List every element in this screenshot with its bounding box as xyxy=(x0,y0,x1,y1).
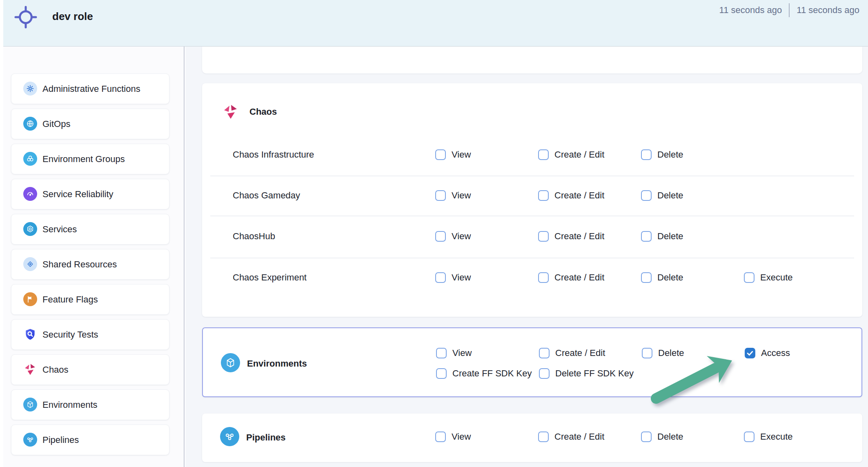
permission-label: Access xyxy=(761,348,790,358)
delete-checkbox[interactable] xyxy=(642,348,652,358)
access-permission: Access xyxy=(745,346,790,360)
view-checkbox[interactable] xyxy=(435,190,446,201)
sidebar-item-label: Pipelines xyxy=(42,425,79,455)
sidebar-item-environment-groups[interactable]: Environment Groups xyxy=(11,144,169,174)
chaos-pinwheel-icon xyxy=(223,104,239,120)
permission-label: Create / Edit xyxy=(554,190,604,201)
view-checkbox[interactable] xyxy=(436,348,447,358)
resource-row-label: Chaos Gameday xyxy=(233,189,300,202)
view-checkbox[interactable] xyxy=(435,431,446,442)
permission-label: Delete xyxy=(657,272,683,283)
permission-label: Create / Edit xyxy=(554,149,604,160)
delete-permission: Delete xyxy=(641,148,683,162)
create-edit-permission: Create / Edit xyxy=(538,229,604,243)
sidebar-item-administrative-functions[interactable]: Administrative Functions xyxy=(11,73,169,104)
permission-label: View xyxy=(452,272,471,283)
pipelines-chain-icon xyxy=(220,427,239,446)
sidebar-item-label: Security Tests xyxy=(42,320,98,349)
delete-checkbox[interactable] xyxy=(641,272,652,283)
view-checkbox[interactable] xyxy=(435,149,446,160)
sidebar-item-pipelines[interactable]: Pipelines xyxy=(11,425,169,455)
sidebar-item-chaos[interactable]: Chaos xyxy=(11,354,169,385)
delete-permission: Delete xyxy=(641,229,683,243)
timestamps: 11 seconds ago 11 seconds ago xyxy=(712,3,866,17)
resource-row-label: Chaos Experiment xyxy=(233,271,307,284)
environment-groups-icon xyxy=(23,152,37,166)
delete-permission: Delete xyxy=(641,430,683,444)
sidebar-item-security-tests[interactable]: Security Tests xyxy=(11,319,169,350)
sidebar-item-label: Services xyxy=(42,214,77,244)
create-edit-checkbox[interactable] xyxy=(538,272,549,283)
row-divider xyxy=(210,258,854,258)
cube-icon xyxy=(23,398,37,411)
page-title: dev role xyxy=(52,10,93,23)
resource-category-sidebar: Administrative FunctionsGitOpsEnvironmen… xyxy=(3,47,185,467)
sidebar-item-gitops[interactable]: GitOps xyxy=(11,109,169,139)
sidebar-item-label: Shared Resources xyxy=(42,249,117,279)
permission-label: View xyxy=(452,431,471,442)
sidebar-item-label: Feature Flags xyxy=(42,285,98,314)
create-edit-checkbox[interactable] xyxy=(538,231,549,242)
execute-checkbox[interactable] xyxy=(744,272,754,283)
sidebar-item-label: Chaos xyxy=(42,355,69,385)
sidebar-item-label: GitOps xyxy=(42,109,70,139)
environments-permissions-card: Environments ViewCreate / EditDeleteAcce… xyxy=(202,327,862,397)
view-permission: View xyxy=(435,148,471,162)
shield-magnifier-icon xyxy=(23,327,37,341)
permission-label: Create / Edit xyxy=(554,231,604,242)
create-edit-permission: Create / Edit xyxy=(538,271,604,285)
page-header: dev role 11 seconds ago 11 seconds ago xyxy=(3,0,868,47)
permission-label: View xyxy=(452,231,471,242)
sidebar-item-environments[interactable]: Environments xyxy=(11,389,169,420)
sidebar-item-label: Environments xyxy=(42,390,98,420)
delete-permission: Delete xyxy=(641,271,683,285)
row-divider xyxy=(210,216,854,216)
chaos-pinwheel-icon xyxy=(23,362,37,376)
access-checkbox[interactable] xyxy=(745,348,755,358)
delete-ff-sdk-key-checkbox[interactable] xyxy=(539,368,550,379)
permission-label: Delete xyxy=(657,149,683,160)
delete-checkbox[interactable] xyxy=(641,190,652,201)
create-ff-sdk-key-checkbox[interactable] xyxy=(436,368,447,379)
delete-ff-sdk-key-permission: Delete FF SDK Key xyxy=(539,367,634,380)
execute-checkbox[interactable] xyxy=(744,431,754,442)
permission-label: View xyxy=(452,149,471,160)
permission-label: Delete xyxy=(657,190,683,201)
sidebar-item-label: Service Reliability xyxy=(42,179,114,209)
create-edit-checkbox[interactable] xyxy=(539,348,550,358)
create-edit-checkbox[interactable] xyxy=(538,431,549,442)
view-checkbox[interactable] xyxy=(435,272,446,283)
view-permission: View xyxy=(435,189,471,202)
execute-permission: Execute xyxy=(744,271,793,285)
view-checkbox[interactable] xyxy=(435,231,446,242)
delete-checkbox[interactable] xyxy=(641,431,652,442)
card-title: Chaos xyxy=(249,107,277,117)
create-edit-permission: Create / Edit xyxy=(538,430,604,444)
sidebar-item-label: Environment Groups xyxy=(42,144,125,174)
sidebar-item-service-reliability[interactable]: Service Reliability xyxy=(11,179,169,209)
create-edit-checkbox[interactable] xyxy=(538,190,549,201)
delete-checkbox[interactable] xyxy=(641,231,652,242)
partial-card-above xyxy=(202,47,862,73)
permission-label: Execute xyxy=(760,431,793,442)
view-permission: View xyxy=(435,271,471,285)
delete-checkbox[interactable] xyxy=(641,149,652,160)
view-permission: View xyxy=(435,229,471,243)
view-permission: View xyxy=(435,430,471,444)
execute-permission: Execute xyxy=(744,430,793,444)
permission-label: Create FF SDK Key xyxy=(452,368,532,379)
sidebar-item-shared-resources[interactable]: Shared Resources xyxy=(11,249,169,280)
services-hexagon-icon xyxy=(23,222,37,236)
cube-icon xyxy=(221,353,240,372)
resource-row-label: ChaosHub xyxy=(233,230,275,242)
delete-permission: Delete xyxy=(641,189,683,202)
create-edit-checkbox[interactable] xyxy=(538,149,549,160)
sidebar-item-services[interactable]: Services xyxy=(11,214,169,245)
create-edit-permission: Create / Edit xyxy=(539,346,605,360)
sidebar-item-feature-flags[interactable]: Feature Flags xyxy=(11,284,169,315)
create-ff-sdk-key-permission: Create FF SDK Key xyxy=(436,367,532,380)
pipelines-chain-icon xyxy=(23,433,37,447)
pipelines-permissions-card: Pipelines ViewCreate / EditDeleteExecute xyxy=(202,414,862,462)
chaos-permissions-card: Chaos Chaos InfrastructureViewCreate / E… xyxy=(202,83,862,317)
create-edit-permission: Create / Edit xyxy=(538,189,604,202)
